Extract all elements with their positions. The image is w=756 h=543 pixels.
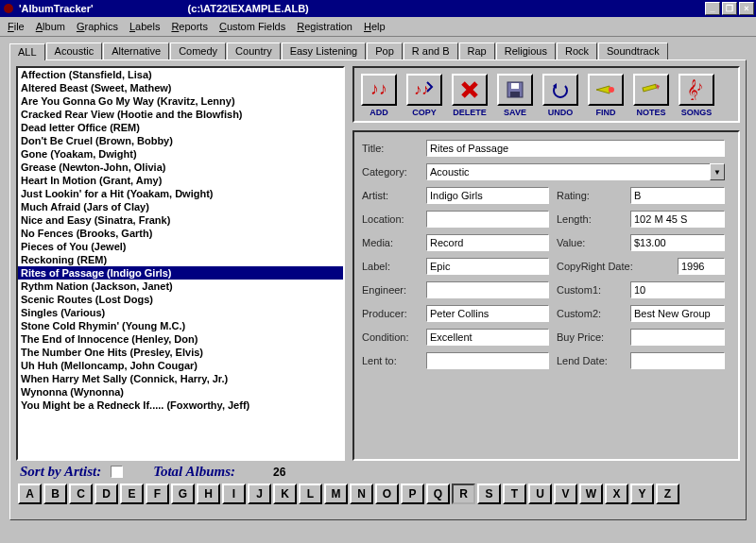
list-item[interactable]: Altered Beast (Sweet, Mathew): [18, 81, 343, 94]
menu-help[interactable]: Help: [360, 19, 393, 34]
tab-alternative[interactable]: Alternative: [103, 42, 169, 59]
alpha-f-button[interactable]: F: [146, 484, 169, 504]
menu-graphics[interactable]: Graphics: [73, 19, 126, 34]
alpha-m-button[interactable]: M: [324, 484, 348, 504]
alpha-b-button[interactable]: B: [43, 484, 67, 504]
tab-country[interactable]: Country: [227, 42, 281, 59]
list-item[interactable]: Reckoning (REM): [18, 253, 343, 266]
tab-all[interactable]: ALL: [9, 43, 45, 60]
chevron-down-icon[interactable]: ▼: [710, 163, 725, 180]
custom1-field[interactable]: [630, 281, 725, 298]
lenddate-field[interactable]: [630, 352, 725, 369]
engineer-field[interactable]: [426, 281, 549, 298]
artist-field[interactable]: [426, 187, 549, 204]
menu-album[interactable]: Album: [32, 19, 73, 34]
alpha-h-button[interactable]: H: [197, 484, 220, 504]
tab-acoustic[interactable]: Acoustic: [46, 42, 103, 59]
list-item[interactable]: Stone Cold Rhymin' (Young M.C.): [18, 319, 343, 332]
alpha-t-button[interactable]: T: [503, 484, 526, 504]
copy-button[interactable]: ♪♪COPY: [404, 72, 445, 117]
list-item[interactable]: Are You Gonna Go My Way (Kravitz, Lenny): [18, 94, 343, 108]
copyright-field[interactable]: [678, 258, 725, 275]
alpha-n-button[interactable]: N: [350, 484, 373, 504]
custom2-field[interactable]: [630, 305, 725, 322]
buyprice-field[interactable]: [630, 329, 725, 346]
list-item[interactable]: The End of Innocence (Henley, Don): [18, 332, 343, 346]
album-listbox[interactable]: Affection (Stansfield, Lisa)Altered Beas…: [16, 66, 345, 461]
alpha-q-button[interactable]: Q: [426, 484, 450, 504]
songs-button[interactable]: 𝄞♪SONGS: [676, 72, 717, 117]
media-field[interactable]: [426, 234, 549, 251]
tab-rap[interactable]: Rap: [459, 42, 495, 59]
tab-rock[interactable]: Rock: [557, 42, 597, 59]
alpha-a-button[interactable]: A: [18, 484, 42, 504]
notes-button[interactable]: NOTES: [630, 72, 672, 117]
list-item[interactable]: Don't Be Cruel (Brown, Bobby): [18, 134, 343, 147]
alpha-j-button[interactable]: J: [248, 484, 271, 504]
alpha-s-button[interactable]: S: [477, 484, 501, 504]
list-item[interactable]: Pieces of You (Jewel): [18, 240, 343, 253]
alpha-i-button[interactable]: I: [222, 484, 246, 504]
lentto-field[interactable]: [426, 352, 549, 369]
list-item[interactable]: No Fences (Brooks, Garth): [18, 227, 343, 240]
menu-labels[interactable]: Labels: [126, 19, 167, 34]
list-item[interactable]: Scenic Routes (Lost Dogs): [18, 293, 343, 306]
alpha-y-button[interactable]: Y: [630, 484, 654, 504]
alpha-v-button[interactable]: V: [554, 484, 577, 504]
length-field[interactable]: [630, 211, 725, 228]
tab-religious[interactable]: Religious: [496, 42, 556, 59]
close-button[interactable]: ×: [739, 2, 754, 15]
value-field[interactable]: [630, 234, 725, 251]
producer-field[interactable]: [426, 305, 549, 322]
list-item[interactable]: Affection (Stansfield, Lisa): [18, 68, 343, 81]
tab-comedy[interactable]: Comedy: [170, 42, 226, 59]
sort-checkbox[interactable]: [111, 466, 123, 478]
alpha-c-button[interactable]: C: [69, 484, 93, 504]
label-field[interactable]: [426, 258, 549, 275]
tab-soundtrack[interactable]: Soundtrack: [598, 42, 668, 59]
title-field[interactable]: [426, 140, 725, 157]
alpha-e-button[interactable]: E: [120, 484, 144, 504]
tab-r-and-b[interactable]: R and B: [404, 42, 458, 59]
list-item[interactable]: Grease (Newton-John, Olivia): [18, 161, 343, 174]
alpha-u-button[interactable]: U: [528, 484, 552, 504]
category-select[interactable]: [426, 163, 710, 180]
alpha-d-button[interactable]: D: [94, 484, 118, 504]
find-button[interactable]: FIND: [585, 72, 627, 117]
delete-button[interactable]: DELETE: [449, 72, 490, 117]
menu-custom-fields[interactable]: Custom Fields: [215, 19, 293, 34]
maximize-button[interactable]: ❐: [722, 2, 737, 15]
list-item[interactable]: Cracked Rear View (Hootie and the Blowfi…: [18, 108, 343, 121]
list-item[interactable]: Wynonna (Wynonna): [18, 385, 343, 399]
tab-pop[interactable]: Pop: [367, 42, 403, 59]
list-item[interactable]: Just Lookin' for a Hit (Yoakam, Dwight): [18, 187, 343, 200]
list-item[interactable]: Singles (Various): [18, 306, 343, 319]
alpha-o-button[interactable]: O: [375, 484, 399, 504]
location-field[interactable]: [426, 211, 549, 228]
list-item[interactable]: Rites of Passage (Indigo Girls): [18, 266, 343, 280]
alpha-w-button[interactable]: W: [579, 484, 603, 504]
alpha-x-button[interactable]: X: [605, 484, 628, 504]
menu-reports[interactable]: Reports: [167, 19, 215, 34]
add-button[interactable]: ♪♪ADD: [358, 72, 400, 117]
condition-field[interactable]: [426, 329, 549, 346]
list-item[interactable]: Uh Huh (Melloncamp, John Cougar): [18, 359, 343, 372]
list-item[interactable]: Heart In Motion (Grant, Amy): [18, 174, 343, 187]
list-item[interactable]: Much Afraid (Jars of Clay): [18, 200, 343, 213]
list-item[interactable]: Gone (Yoakam, Dwight): [18, 147, 343, 161]
alpha-k-button[interactable]: K: [273, 484, 297, 504]
alpha-r-button[interactable]: R: [452, 484, 475, 504]
list-item[interactable]: Dead letter Office (REM): [18, 121, 343, 134]
menu-registration[interactable]: Registration: [293, 19, 360, 34]
tab-easy-listening[interactable]: Easy Listening: [282, 42, 367, 59]
alpha-z-button[interactable]: Z: [656, 484, 679, 504]
list-item[interactable]: When Harry Met Sally (Connick, Harry, Jr…: [18, 372, 343, 385]
undo-button[interactable]: UNDO: [540, 72, 581, 117]
alpha-l-button[interactable]: L: [299, 484, 322, 504]
save-button[interactable]: SAVE: [494, 72, 536, 117]
list-item[interactable]: Rythm Nation (Jackson, Janet): [18, 280, 343, 293]
alpha-p-button[interactable]: P: [401, 484, 424, 504]
alpha-g-button[interactable]: G: [171, 484, 195, 504]
menu-file[interactable]: File: [4, 19, 32, 34]
rating-field[interactable]: [630, 187, 725, 204]
